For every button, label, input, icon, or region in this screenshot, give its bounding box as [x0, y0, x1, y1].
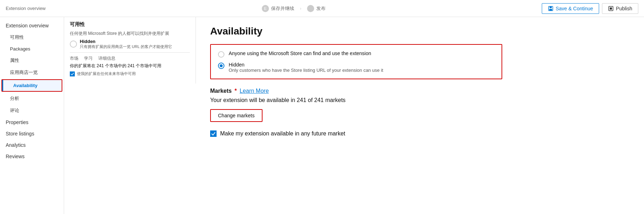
- main-content-panel: Availability Anyone using the Microsoft …: [196, 17, 516, 145]
- svg-rect-2: [549, 9, 552, 11]
- sidebar-item-reviews-cn[interactable]: 评论: [0, 105, 64, 117]
- sidebar-item-properties[interactable]: Properties: [0, 117, 64, 128]
- top-bar-steps: E 保存并继续 › 发布: [256, 5, 331, 12]
- radio-public-text: Anyone using the Microsoft Store can fin…: [229, 50, 371, 56]
- chinese-overlay-panel: 可用性 任何使用 Microsoft Store 的人都可以找到并使用扩展 Hi…: [64, 17, 196, 84]
- chinese-market-desc: 你的扩展将在 241 个市场中的 241 个市场中可用: [70, 63, 190, 69]
- svg-rect-1: [550, 6, 552, 8]
- learn-more-link[interactable]: Learn More: [240, 88, 269, 94]
- step-save: E 保存并继续: [256, 5, 300, 12]
- radio-option-public[interactable]: Anyone using the Microsoft Store can fin…: [218, 50, 494, 58]
- radio-hidden-label: Hidden: [229, 62, 383, 68]
- top-bar: Extension overview E 保存并继续 › 发布 Save & C…: [0, 0, 644, 17]
- step-save-num: E: [262, 5, 269, 12]
- check-icon: [71, 72, 74, 76]
- sidebar-item-analytics-cn[interactable]: 分析: [0, 92, 64, 105]
- sidebar-item-availability-cn[interactable]: 可用性: [0, 31, 64, 43]
- sidebar-item-properties-cn[interactable]: 属性: [0, 54, 64, 66]
- visibility-options-box: Anyone using the Microsoft Store can fin…: [210, 44, 502, 79]
- chinese-hidden-row: Hidden 只有拥有扩展的应用商店一览 URL 的客户才能使用它: [70, 39, 190, 49]
- future-market-checkbox[interactable]: [210, 130, 217, 137]
- step-publish-label: 发布: [316, 5, 326, 12]
- chinese-checkbox: [70, 71, 75, 76]
- radio-hidden-circle: [218, 63, 224, 69]
- save-continue-button[interactable]: Save & Continue: [542, 3, 599, 14]
- radio-hidden-text: Hidden Only customers who have the Store…: [229, 62, 383, 73]
- chinese-market-labels: 市场 学习 详细信息: [70, 55, 190, 61]
- sidebar-item-extension-overview[interactable]: Extension overview: [0, 20, 64, 31]
- required-star: *: [234, 88, 237, 94]
- save-continue-label: Save & Continue: [556, 6, 593, 11]
- markets-description: Your extension will be available in 241 …: [210, 97, 502, 103]
- main-layout: Extension overview 可用性 Packages 属性 应用商店一…: [0, 17, 644, 214]
- radio-public-circle: [218, 51, 224, 58]
- chinese-radio: [70, 41, 77, 48]
- sidebar-item-reviews[interactable]: Reviews: [0, 151, 64, 162]
- change-markets-button[interactable]: Change markets: [210, 109, 263, 122]
- chinese-title: 可用性: [70, 21, 190, 28]
- publish-button[interactable]: Publish: [602, 3, 638, 14]
- floppy-icon: [548, 6, 554, 11]
- radio-public-label: Anyone using the Microsoft Store can fin…: [229, 50, 371, 56]
- step-publish-num: [307, 5, 314, 12]
- publish-icon: [608, 6, 614, 11]
- top-bar-actions: Save & Continue Publish: [542, 3, 638, 14]
- chinese-desc: 任何使用 Microsoft Store 的人都可以找到并使用扩展: [70, 31, 190, 37]
- breadcrumb: Extension overview: [6, 6, 46, 11]
- page-title: Availability: [210, 26, 502, 37]
- sidebar-highlight-availability: Availability: [1, 79, 62, 92]
- top-bar-left: Extension overview: [6, 6, 46, 11]
- sidebar-item-analytics[interactable]: Analytics: [0, 139, 64, 151]
- sidebar-item-availability[interactable]: Availability: [2, 80, 62, 91]
- future-market-row: Make my extension available in any futur…: [210, 130, 502, 137]
- sidebar-item-store-overview-cn[interactable]: 应用商店一览: [0, 66, 64, 79]
- checkbox-check-icon: [211, 132, 215, 136]
- sidebar-item-packages[interactable]: Packages: [0, 43, 64, 54]
- radio-option-hidden[interactable]: Hidden Only customers who have the Store…: [218, 62, 494, 73]
- future-market-label: Make my extension available in any futur…: [220, 130, 345, 137]
- sidebar-item-store-listings[interactable]: Store listings: [0, 128, 64, 139]
- divider: [70, 52, 190, 53]
- chinese-hidden-label: Hidden 只有拥有扩展的应用商店一览 URL 的客户才能使用它: [80, 39, 172, 49]
- markets-label-text: Markets: [210, 88, 232, 94]
- publish-label: Publish: [616, 6, 632, 11]
- step-publish: 发布: [301, 5, 331, 12]
- content-area: 可用性 任何使用 Microsoft Store 的人都可以找到并使用扩展 Hi…: [64, 17, 644, 214]
- markets-section-label: Markets * Learn More: [210, 88, 502, 94]
- step-save-label: 保存并继续: [271, 5, 294, 12]
- chinese-checkbox-row: 使我的扩展在任何未来市场中可用: [70, 71, 190, 76]
- sidebar: Extension overview 可用性 Packages 属性 应用商店一…: [0, 17, 64, 214]
- radio-hidden-sublabel: Only customers who have the Store listin…: [229, 68, 383, 73]
